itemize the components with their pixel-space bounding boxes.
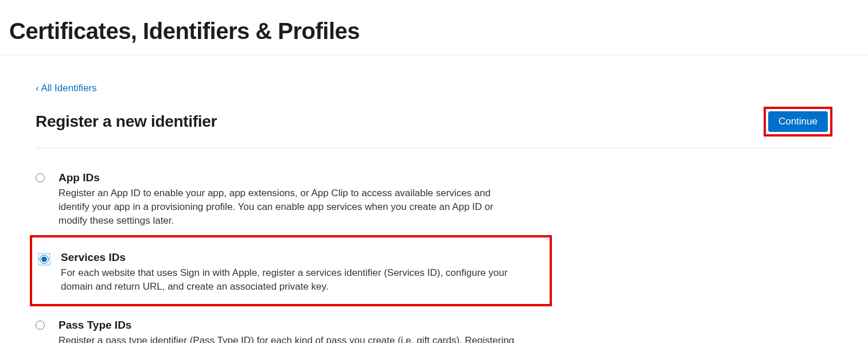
radio-cell [36,319,59,332]
continue-button-highlight: Continue [764,107,832,137]
radio-cell [38,251,61,266]
option-body: Services IDs For each website that uses … [61,251,526,294]
option-title: Pass Type IDs [59,319,523,332]
option-app-ids[interactable]: App IDs Register an App ID to enable you… [36,166,832,239]
option-services-ids[interactable]: Services IDs For each website that uses … [38,251,544,294]
subheader-row: Register a new identifier Continue [36,107,832,149]
option-body: Pass Type IDs Register a pass type ident… [59,319,523,343]
identifier-options-list: App IDs Register an App ID to enable you… [36,166,832,343]
page-title: Certificates, Identifiers & Profiles [9,18,859,44]
option-title: Services IDs [61,251,526,264]
option-description: For each website that uses Sign in with … [61,266,526,294]
subheader-title: Register a new identifier [36,112,217,131]
option-description: Register a pass type identifier (Pass Ty… [59,334,523,343]
content-area: ‹ All Identifiers Register a new identif… [0,55,868,343]
radio-app-ids[interactable] [36,173,45,182]
radio-pass-type-ids[interactable] [36,321,45,330]
option-body: App IDs Register an App ID to enable you… [59,171,523,227]
option-title: App IDs [59,171,523,184]
option-description: Register an App ID to enable your app, a… [59,186,523,227]
radio-focus-ring [38,253,50,266]
option-services-ids-highlight: Services IDs For each website that uses … [30,235,552,306]
continue-button[interactable]: Continue [768,111,828,132]
option-pass-type-ids[interactable]: Pass Type IDs Register a pass type ident… [36,313,832,343]
radio-services-ids[interactable] [40,255,49,264]
page-header: Certificates, Identifiers & Profiles [0,0,868,55]
back-link-all-identifiers[interactable]: ‹ All Identifiers [36,83,97,94]
radio-cell [36,171,59,185]
